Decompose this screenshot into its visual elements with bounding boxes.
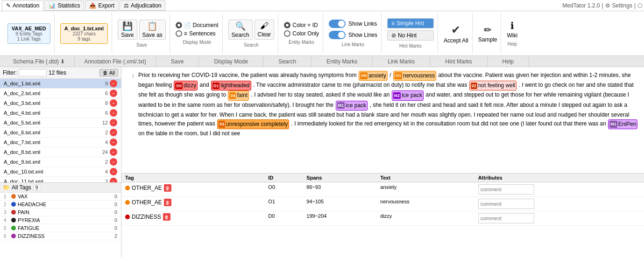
file-item-remove[interactable]: − xyxy=(110,129,117,136)
tag-num: 2 xyxy=(4,202,11,207)
file-item-remove[interactable]: − xyxy=(110,80,117,87)
entity-M2[interactable]: M2ice pack xyxy=(392,90,424,100)
wiki-label: Wiki xyxy=(507,32,517,39)
all-button[interactable]: 🗑 All xyxy=(99,69,118,76)
entity-04[interactable]: 04faint xyxy=(228,90,249,100)
file-item-count: 9 xyxy=(99,81,108,86)
file-list-item[interactable]: A_doc_11.txt.xml 2 − xyxy=(0,177,121,182)
show-links-toggle[interactable] xyxy=(329,20,346,28)
file-item-count: 8 xyxy=(99,100,108,106)
save-button[interactable]: 💾 Save xyxy=(118,20,137,40)
file-list-item[interactable]: A_doc_1.txt.xml 9 − xyxy=(0,79,121,89)
file-item-remove[interactable]: − xyxy=(110,158,117,166)
file-item-remove[interactable]: − xyxy=(110,109,117,117)
tag-list-item[interactable]: 4 PYREXIA 0 xyxy=(0,216,121,224)
delete-annotation-button[interactable]: 🗑 xyxy=(164,184,171,192)
saveas-button[interactable]: 📋 Save as xyxy=(139,20,166,40)
comment-input[interactable] xyxy=(478,184,534,194)
entity-D0[interactable]: D0dizzy xyxy=(174,81,198,90)
table-row[interactable]: OTHER_AE 🗑 O1 94~105 nervousness xyxy=(121,197,644,211)
comment-input[interactable] xyxy=(478,199,534,209)
tag-dot xyxy=(125,186,130,190)
file-item-remove[interactable]: − xyxy=(110,119,117,126)
delete-annotation-button[interactable]: 🗑 xyxy=(164,199,171,206)
entity-M1b[interactable]: M1EniPen xyxy=(608,119,637,129)
entity-D1[interactable]: D1lightheaded xyxy=(211,81,251,90)
tab-export[interactable]: 📤 Export xyxy=(85,0,119,11)
file-list-item[interactable]: A_doc_6.txt.xml 2 − xyxy=(0,128,121,138)
file-item-count: 6 xyxy=(99,110,108,116)
file-item-remove[interactable]: − xyxy=(110,178,117,182)
file-item-name: A_doc_11.txt.xml xyxy=(4,179,99,182)
cell-text: anxiety xyxy=(376,182,474,197)
entity-id-04: 04 xyxy=(229,92,236,99)
file-item-remove[interactable]: − xyxy=(110,148,117,156)
accept-all-button[interactable]: ✔ Accept All xyxy=(444,23,468,44)
entity-O1[interactable]: O1nervousness xyxy=(393,71,436,81)
schema-card[interactable]: VAX_AE_MED 9 Entity Tags 1 Link Tags xyxy=(7,23,50,44)
filter-input[interactable] xyxy=(19,69,47,76)
file-list-item[interactable]: A_doc_10.txt.xml 4 − xyxy=(0,167,121,177)
tag-name: HEADACHE xyxy=(18,201,108,207)
content-area: Filter: 12 files 🗑 All A_doc_1.txt.xml 9… xyxy=(0,67,644,257)
search-button[interactable]: 🔍 Search xyxy=(228,20,253,40)
entity-03[interactable]: 03unresponsive completely xyxy=(217,119,289,129)
color-only-option[interactable]: Color Only xyxy=(284,30,319,37)
delete-annotation-button[interactable]: 🗑 xyxy=(163,213,170,221)
table-row[interactable]: OTHER_AE 🗑 O0 86~93 anxiety xyxy=(121,182,644,197)
entity-M1[interactable]: M1ice pack xyxy=(336,101,368,111)
cell-id: D0 xyxy=(264,211,303,226)
file-list-item[interactable]: A_doc_5.txt.xml 12 − xyxy=(0,118,121,128)
entity-id-02: 02 xyxy=(471,83,477,89)
sample-icon: ✏ xyxy=(484,24,492,35)
file-list-item[interactable]: A_doc_2.txt.xml 6 − xyxy=(0,89,121,98)
color-id-option[interactable]: Color + ID xyxy=(284,22,319,28)
entity-section-label: Entity Marks xyxy=(289,40,314,45)
wiki-button[interactable]: ℹ Wiki xyxy=(507,20,517,39)
annotation-section: Annotation File (.xml/.txt) xyxy=(75,56,156,67)
display-sent-option[interactable]: ≡ Sentences xyxy=(176,30,219,37)
file-item-count: 4 xyxy=(99,139,108,145)
file-item-remove[interactable]: − xyxy=(110,90,117,97)
file-item-remove[interactable]: − xyxy=(110,168,117,175)
entity-O0[interactable]: O0anxiety xyxy=(359,71,388,81)
tag-list-item[interactable]: 2 HEADACHE 0 xyxy=(0,201,121,208)
search-section-label: Search xyxy=(244,42,259,48)
doc-info2: 9 tags xyxy=(64,36,104,42)
no-hint-button[interactable]: ⊘ No Hint xyxy=(387,30,434,41)
tab-annotation[interactable]: ✎ Annotation xyxy=(2,0,43,11)
file-list-item[interactable]: A_doc_4.txt.xml 6 − xyxy=(0,108,121,118)
schema-section: Schema File (.dtd) ⬇ xyxy=(4,56,75,67)
file-list-item[interactable]: A_doc_7.txt.xml 4 − xyxy=(0,138,121,147)
entity-02[interactable]: 02not feeling well xyxy=(469,81,517,90)
document-text[interactable]: 1 Prior to receiving her COVID-19 vaccin… xyxy=(121,67,644,173)
display-doc-option[interactable]: 📄 Document xyxy=(176,22,219,28)
accept-group: ✔ Accept All xyxy=(440,13,473,54)
sample-group: ✏ Sample xyxy=(474,13,502,54)
file-list-item[interactable]: A_doc_8.txt.xml 24 − xyxy=(0,147,121,157)
comment-input[interactable] xyxy=(478,213,534,223)
file-list-item[interactable]: A_doc_3.txt.xml 8 − xyxy=(0,98,121,108)
clear-button[interactable]: 🖌 Clear xyxy=(255,20,275,40)
settings-link[interactable]: Settings xyxy=(612,2,632,9)
show-lines-toggle[interactable] xyxy=(329,31,346,39)
file-item-name: A_doc_6.txt.xml xyxy=(4,130,99,135)
doc-radio xyxy=(176,22,182,28)
github-icon[interactable]: ⬡ xyxy=(637,2,642,9)
sample-button[interactable]: ✏ Sample xyxy=(478,24,497,43)
entity-id-M2: M2 xyxy=(393,92,401,99)
tag-list-item[interactable]: 6 DIZZINESS 2 xyxy=(0,232,121,240)
file-item-remove[interactable]: − xyxy=(110,99,117,107)
file-item-remove[interactable]: − xyxy=(110,139,117,146)
file-list-item[interactable]: A_doc_9.txt.xml 2 − xyxy=(0,157,121,167)
simple-hint-button[interactable]: ≡ Simple Hnt xyxy=(387,18,434,28)
tag-list-item[interactable]: 5 FATIGUE 0 xyxy=(0,224,121,232)
table-row[interactable]: DIZZINESS 🗑 D0 199~204 dizzy xyxy=(121,211,644,226)
doc-card[interactable]: A_doc_1.txt.xml 2327 chars 9 tags xyxy=(60,23,108,44)
tag-list-item[interactable]: 1 VAX 0 xyxy=(0,193,121,201)
entity-id-03: 03 xyxy=(219,121,225,127)
tag-list-item[interactable]: 3 PAIN 0 xyxy=(0,208,121,216)
tab-statistics[interactable]: 📊 Statistics xyxy=(44,0,84,11)
tab-adjudication[interactable]: ⚖ Adjudication xyxy=(120,0,165,11)
hint-bar-label: Hint Marks xyxy=(430,56,487,67)
